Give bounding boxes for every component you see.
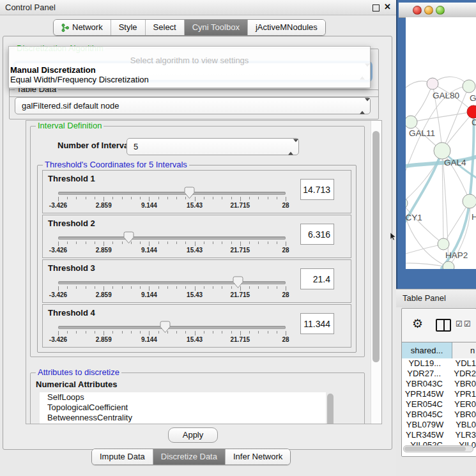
checkbox-icon[interactable]: ☑	[464, 319, 471, 328]
table-row[interactable]: YBR043CYBR0	[402, 379, 476, 389]
gear-icon[interactable]: ⚙	[412, 318, 423, 330]
threshold-panel: Threshold 2-3.4262.8599.14415.4321.71528	[42, 215, 351, 258]
network-node[interactable]	[427, 78, 438, 89]
slider-track[interactable]	[58, 192, 286, 195]
table-row[interactable]: YBL079WYBL0	[402, 420, 476, 430]
tick-label: 2.859	[96, 291, 112, 298]
tab-discretize-data[interactable]: Discretize Data	[153, 449, 225, 464]
tick-mark	[104, 242, 104, 246]
slider-tick-labels: -3.4262.8599.14415.4321.71528	[58, 336, 286, 344]
threshold-panel: Threshold 3-3.4262.8599.14415.4321.71528	[42, 259, 351, 303]
attribute-list-item[interactable]: TopologicalCoefficient	[40, 403, 326, 413]
cell-name: YBR0	[447, 379, 476, 389]
float-window-icon[interactable]	[372, 4, 380, 12]
zoom-traffic-light-icon[interactable]	[436, 6, 445, 15]
column-header-shared-name[interactable]: shared...	[402, 342, 452, 359]
tick-mark	[268, 242, 268, 244]
settings-vertical-scrollbar[interactable]	[371, 121, 381, 424]
threshold-value-input[interactable]	[300, 268, 334, 289]
threshold-label: Threshold 4	[48, 308, 95, 318]
table-row[interactable]: YBR045CYBR0	[402, 410, 476, 420]
table-row[interactable]: YPR145WYPR1	[402, 389, 476, 399]
tick-mark	[185, 331, 186, 334]
tick-mark	[249, 331, 250, 334]
network-node[interactable]	[463, 80, 475, 93]
tick-label: 21.715	[231, 336, 250, 343]
attribute-list-item[interactable]: BetweennessCentrality	[40, 413, 326, 423]
tick-mark	[195, 242, 196, 246]
attribute-list-item[interactable]: SelfLoops	[40, 392, 326, 403]
cell-shared-name: YBL079W	[402, 420, 448, 430]
cell-shared-name: YBR043C	[402, 379, 447, 389]
tick-mark	[258, 197, 259, 199]
tick-mark	[204, 242, 204, 244]
network-canvas[interactable]: GAL80GACGAL11GAL4GCY1HHAP2	[406, 17, 476, 269]
table-row[interactable]: YER054CYER0	[402, 399, 476, 410]
tick-mark	[58, 331, 59, 335]
split-columns-icon[interactable]	[436, 319, 451, 332]
slider-ticks	[58, 286, 286, 291]
cell-shared-name: YDR27...	[402, 369, 446, 379]
network-node[interactable]	[406, 116, 417, 128]
tick-mark	[204, 197, 204, 199]
tick-mark	[86, 331, 86, 334]
tick-mark	[277, 286, 277, 289]
tick-mark	[67, 331, 68, 334]
attributes-list-scrollbar[interactable]	[327, 394, 334, 424]
tick-mark	[240, 286, 241, 291]
tick-label: -3.426	[49, 336, 67, 343]
tab-infer-network[interactable]: Infer Network	[225, 449, 290, 464]
slider-track[interactable]	[58, 326, 286, 329]
scrollbar-thumb[interactable]	[372, 131, 380, 362]
tick-mark	[195, 286, 196, 291]
table-row[interactable]: YDR27...YDR2	[402, 369, 476, 379]
table-row[interactable]: YLR345WYLR3	[402, 430, 476, 440]
tab-style[interactable]: Style	[111, 20, 145, 35]
network-node[interactable]	[438, 238, 449, 250]
close-icon[interactable]: ✕	[384, 2, 391, 12]
thresholds-group: Threshold's Coordinates for 5 Intervals …	[37, 165, 357, 353]
column-header-name[interactable]: n	[452, 342, 476, 359]
tab-select[interactable]: Select	[145, 20, 184, 35]
network-node[interactable]	[463, 194, 476, 208]
apply-button[interactable]: Apply	[168, 427, 218, 443]
threshold-panel: Threshold 4-3.4262.8599.14415.4321.71528	[42, 304, 351, 348]
tick-mark	[167, 331, 168, 334]
tab-jactivemnodules[interactable]: jActiveMNodules	[247, 20, 325, 35]
group-label: Interval Definition	[36, 121, 104, 130]
checkbox-icon[interactable]: ☑	[456, 319, 463, 328]
tick-mark	[277, 331, 277, 334]
table-data-group: Table Data galFiltered.sif default node	[9, 89, 379, 119]
tab-cyni-toolbox[interactable]: Cyni Toolbox	[184, 20, 247, 35]
combo-value: 5	[134, 139, 138, 155]
algorithm-dropdown-popup: Select algorithm to view settings Manual…	[8, 46, 371, 88]
table-horizontal-scrollbar[interactable]	[403, 445, 473, 452]
number-of-intervals-combobox[interactable]: 5	[127, 138, 299, 155]
threshold-value-input[interactable]	[300, 313, 334, 334]
dropdown-option-manual[interactable]: Manual Discretization	[10, 65, 96, 75]
tick-mark	[249, 197, 250, 199]
threshold-value-input[interactable]	[300, 224, 334, 245]
tick-mark	[58, 242, 59, 246]
tick-mark	[176, 197, 177, 199]
close-traffic-light-icon[interactable]	[413, 6, 422, 15]
dropdown-option-equal-width[interactable]: Equal Width/Frequency Discretization	[10, 75, 149, 84]
table-data-combobox[interactable]: galFiltered.sif default node	[15, 97, 371, 114]
network-node-label: GCY1	[406, 213, 422, 222]
combo-stepper-icon	[360, 101, 365, 111]
tick-mark	[67, 286, 68, 289]
minimize-traffic-light-icon[interactable]	[424, 6, 433, 15]
network-node[interactable]	[434, 142, 450, 159]
tab-impute-data[interactable]: Impute Data	[92, 449, 153, 464]
tick-mark	[231, 331, 232, 334]
tab-network[interactable]: Network	[54, 20, 111, 35]
tick-mark	[67, 242, 68, 244]
scrollbar-thumb[interactable]	[404, 447, 466, 451]
table-row[interactable]: YDL19...YDL1	[402, 358, 476, 369]
slider-track[interactable]	[58, 281, 286, 284]
tick-mark	[76, 286, 77, 289]
tick-mark	[277, 197, 277, 199]
slider-track[interactable]	[58, 236, 286, 240]
tick-mark	[240, 197, 241, 201]
threshold-value-input[interactable]	[300, 179, 334, 200]
